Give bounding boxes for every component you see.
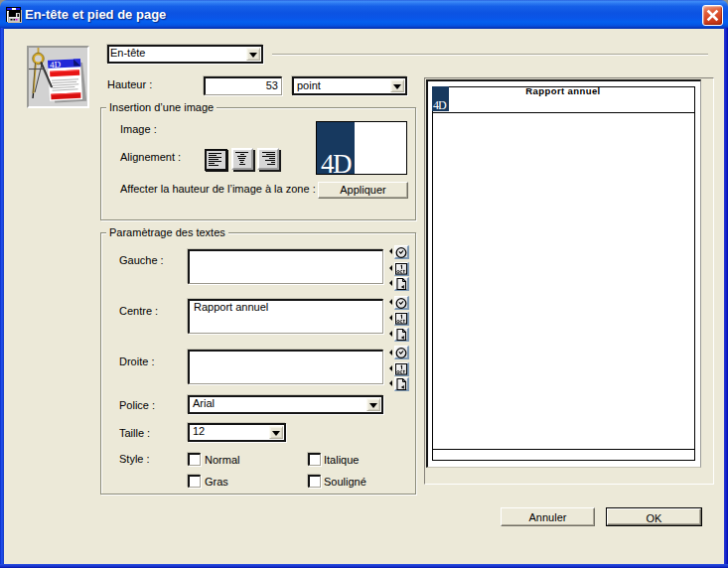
svg-text:4D: 4D — [50, 60, 62, 71]
